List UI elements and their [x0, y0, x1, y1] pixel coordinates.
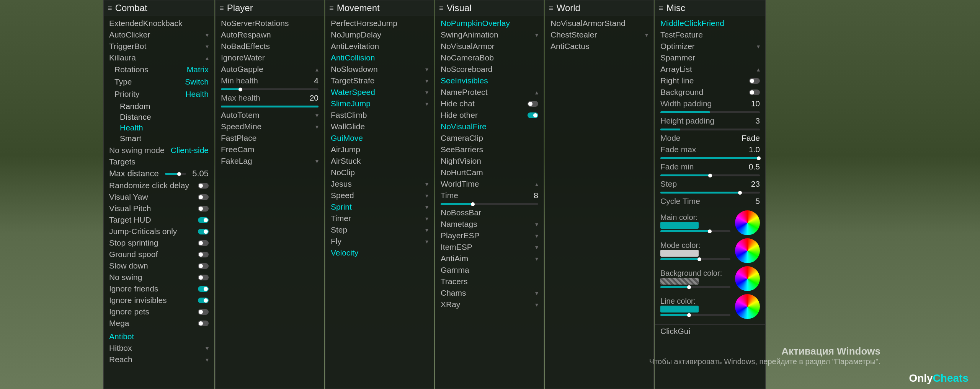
gui-move-item[interactable]: GuiMove — [325, 132, 434, 144]
background-color-swatch[interactable] — [660, 278, 699, 285]
main-color-row[interactable]: Main color: — [660, 210, 760, 235]
no-jump-delay-item[interactable]: NoJumpDelay — [325, 29, 434, 41]
fade-max-slider[interactable] — [660, 157, 760, 159]
optimizer-item[interactable]: Optimizer ▾ — [655, 41, 765, 52]
world-header[interactable]: ≡ World — [545, 0, 653, 16]
middle-click-friend-item[interactable]: MiddleClickFriend — [655, 18, 765, 29]
height-padding-slider[interactable] — [660, 129, 760, 130]
fade-min-row[interactable]: Fade min 0.5 — [655, 161, 765, 173]
no-camera-bob-item[interactable]: NoCameraBob — [435, 52, 544, 63]
ignore-invisibles-toggle[interactable] — [198, 298, 209, 303]
auto-respawn-item[interactable]: AutoRespawn — [216, 29, 324, 41]
test-feature-item[interactable]: TestFeature — [655, 29, 765, 41]
see-invisibles-item[interactable]: SeeInvisibles — [435, 75, 544, 86]
visual-pitch-row[interactable]: Visual Pitch — [104, 203, 214, 214]
camera-clip-item[interactable]: CameraClip — [435, 132, 544, 144]
no-scoreboard-item[interactable]: NoScoreboard — [435, 63, 544, 75]
auto-gapple-item[interactable]: AutoGapple ▴ — [216, 63, 324, 75]
type-row[interactable]: Type Switch — [104, 76, 214, 88]
hide-chat-toggle[interactable] — [528, 101, 538, 107]
no-boss-bar-item[interactable]: NoBossBar — [435, 207, 544, 218]
player-header[interactable]: ≡ Player — [216, 0, 324, 16]
fake-lag-item[interactable]: FakeLag ▾ — [216, 155, 324, 167]
ignore-invisibles-row[interactable]: Ignore invisibles — [104, 295, 214, 306]
fast-climb-item[interactable]: FastClimb — [325, 109, 434, 121]
water-speed-item[interactable]: WaterSpeed ▾ — [325, 86, 434, 98]
min-health-slider[interactable] — [221, 88, 318, 90]
step-misc-row[interactable]: Step 23 — [655, 178, 765, 190]
mode-color-swatch[interactable] — [660, 250, 699, 257]
name-protect-item[interactable]: NameProtect ▴ — [435, 86, 544, 98]
combat-header[interactable]: ≡ Combat — [104, 0, 214, 16]
spammer-item[interactable]: Spammer — [655, 52, 765, 63]
anti-levitation-item[interactable]: AntiLevitation — [325, 41, 434, 52]
ignore-water-item[interactable]: IgnoreWater — [216, 52, 324, 63]
no-swing-toggle[interactable] — [198, 275, 209, 280]
hide-other-row[interactable]: Hide other — [435, 109, 544, 121]
slow-down-toggle[interactable] — [198, 263, 209, 269]
width-padding-row[interactable]: Width padding 10 — [655, 98, 765, 109]
no-clip-item[interactable]: NoClip — [325, 167, 434, 178]
target-hud-row[interactable]: Target HUD — [104, 214, 214, 226]
background-color-row[interactable]: Background color: — [660, 266, 760, 291]
no-server-rotations-item[interactable]: NoServerRotations — [216, 18, 324, 29]
background-row[interactable]: Background — [655, 86, 765, 98]
randomize-click-delay-row[interactable]: Randomize click delay — [104, 180, 214, 191]
mega-toggle[interactable] — [198, 321, 209, 326]
fly-item[interactable]: Fly ▾ — [325, 236, 434, 247]
no-pumpkin-overlay-item[interactable]: NoPumpkinOverlay — [435, 18, 544, 29]
speed-mine-item[interactable]: SpeedMine ▾ — [216, 121, 324, 132]
mega-row[interactable]: Mega — [104, 317, 214, 329]
background-color-slider[interactable] — [660, 286, 730, 288]
ignore-friends-toggle[interactable] — [198, 286, 209, 292]
autoclicker-item[interactable]: AutoClicker ▾ — [104, 29, 214, 41]
max-distance-slider[interactable] — [165, 173, 186, 175]
main-color-swatch[interactable] — [660, 222, 699, 229]
no-bad-effects-item[interactable]: NoBadEffects — [216, 41, 324, 52]
visual-yaw-row[interactable]: Visual Yaw — [104, 191, 214, 203]
no-swing-row[interactable]: No swing — [104, 272, 214, 283]
velocity-item[interactable]: Velocity — [325, 247, 434, 259]
background-color-wheel[interactable] — [735, 266, 760, 291]
visual-pitch-toggle[interactable] — [198, 206, 209, 212]
line-color-wheel[interactable] — [735, 294, 760, 319]
timer-item[interactable]: Timer ▾ — [325, 213, 434, 224]
ignore-friends-row[interactable]: Ignore friends — [104, 283, 214, 295]
perfect-horse-jump-item[interactable]: PerfectHorseJump — [325, 18, 434, 29]
max-distance-row[interactable]: Max distance 5.05 — [104, 168, 214, 180]
ignore-pets-row[interactable]: Ignore pets — [104, 306, 214, 317]
priority-row[interactable]: Priority Health — [104, 88, 214, 100]
priority-distance[interactable]: Distance — [109, 112, 209, 122]
ground-spoof-toggle[interactable] — [198, 252, 209, 257]
ignore-pets-toggle[interactable] — [198, 309, 209, 315]
stop-sprinting-row[interactable]: Stop sprinting — [104, 237, 214, 249]
swing-animation-item[interactable]: SwingAnimation ▾ — [435, 29, 544, 41]
slow-down-row[interactable]: Slow down — [104, 260, 214, 272]
target-strafe-item[interactable]: TargetStrafe ▾ — [325, 75, 434, 86]
hide-chat-row[interactable]: Hide chat — [435, 98, 544, 109]
no-slowdown-item[interactable]: NoSlowdown ▾ — [325, 63, 434, 75]
fade-min-slider[interactable] — [660, 174, 760, 176]
auto-totem-item[interactable]: AutoTotem ▾ — [216, 109, 324, 121]
main-color-wheel[interactable] — [735, 210, 760, 235]
time-slider[interactable] — [441, 203, 538, 205]
fast-place-item[interactable]: FastPlace — [216, 132, 324, 144]
rotations-row[interactable]: Rotations Matrix — [104, 63, 214, 76]
visual-header[interactable]: ≡ Visual — [435, 0, 544, 16]
array-list-item[interactable]: ArrayList ▴ — [655, 63, 765, 75]
max-health-slider[interactable] — [221, 106, 318, 107]
stop-sprinting-toggle[interactable] — [198, 240, 209, 246]
jesus-item[interactable]: Jesus ▾ — [325, 178, 434, 190]
right-line-row[interactable]: Right line — [655, 75, 765, 86]
killaura-item[interactable]: Killaura ▴ — [104, 52, 214, 63]
visual-yaw-toggle[interactable] — [198, 194, 209, 200]
clickgui-item[interactable]: ClickGui — [655, 326, 765, 337]
air-stuck-item[interactable]: AirStuck — [325, 155, 434, 167]
player-esp-item[interactable]: PlayerESP ▾ — [435, 230, 544, 241]
right-line-toggle[interactable] — [749, 78, 760, 84]
free-cam-item[interactable]: FreeCam — [216, 144, 324, 155]
line-color-row[interactable]: Line color: — [660, 294, 760, 319]
max-health-row[interactable]: Max health 20 — [216, 92, 324, 104]
step-item[interactable]: Step ▾ — [325, 224, 434, 236]
anti-collision-item[interactable]: AntiCollision — [325, 52, 434, 63]
